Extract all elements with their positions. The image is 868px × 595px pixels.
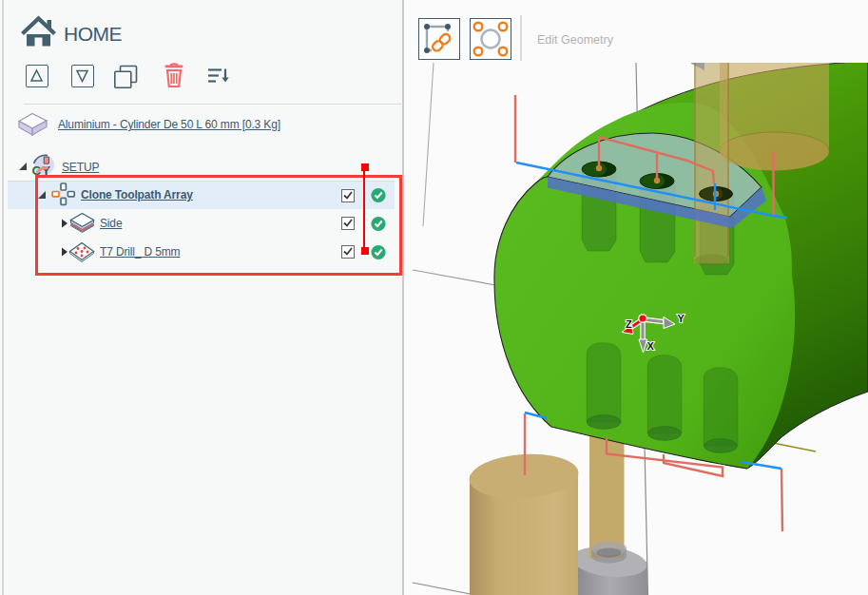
svg-text:X: X xyxy=(647,340,655,352)
svg-text:Z: Z xyxy=(626,318,632,330)
svg-text:Y: Y xyxy=(678,313,685,324)
